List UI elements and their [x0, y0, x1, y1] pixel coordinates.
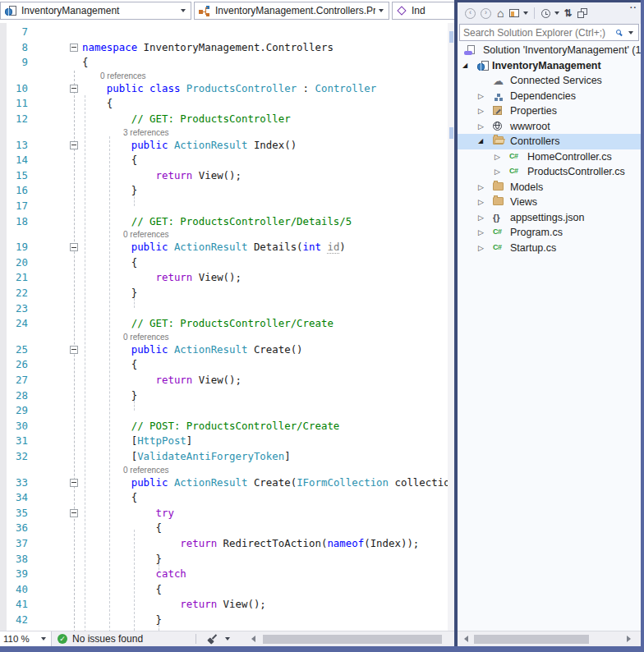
- code-line[interactable]: 16 }: [0, 183, 454, 199]
- sync-with-active-document-icon[interactable]: ⇅: [564, 8, 572, 18]
- tree-item-connected-services[interactable]: ☁Connected Services: [458, 73, 641, 89]
- code-line[interactable]: 26 {: [0, 357, 454, 373]
- fold-toggle-icon[interactable]: [70, 509, 78, 517]
- expand-expander-icon[interactable]: ▷: [478, 244, 484, 252]
- expand-expander-icon[interactable]: ▷: [478, 122, 484, 131]
- code-line[interactable]: 21 return View();: [0, 270, 454, 286]
- code-line[interactable]: 13 public ActionResult Index(): [0, 138, 454, 154]
- collapse-all-icon[interactable]: [577, 8, 587, 18]
- code-line[interactable]: 11 {: [0, 96, 454, 112]
- editor-horizontal-scrollbar[interactable]: [263, 635, 442, 644]
- expand-expander-icon[interactable]: ▷: [478, 228, 484, 236]
- code-line[interactable]: 33 public ActionResult Create(IFormColle…: [0, 475, 454, 491]
- code-line[interactable]: 42 }: [0, 613, 454, 628]
- code-editor[interactable]: 78namespace InventoryManagement.Controll…: [0, 23, 454, 631]
- search-icon[interactable]: [616, 30, 623, 36]
- codelens-references[interactable]: 0 references: [123, 465, 169, 475]
- tree-item-solution-inventorymanagement-1[interactable]: Solution 'InventoryManagement' (1: [458, 43, 641, 58]
- code-line[interactable]: 37 return RedirectToAction(nameof(Index)…: [0, 536, 454, 552]
- code-line[interactable]: 41 return View();: [0, 597, 454, 613]
- editor-vertical-scrollbar[interactable]: [448, 23, 454, 631]
- zoom-dropdown[interactable]: 110 %: [0, 631, 52, 646]
- code-line[interactable]: 31 [HttpPost]: [0, 434, 454, 449]
- hscroll-left-arrow[interactable]: [251, 636, 255, 642]
- tree-item-productscontroller-cs[interactable]: ▷C#ProductsController.cs: [458, 164, 641, 180]
- tree-item-properties[interactable]: ▷Properties: [458, 103, 641, 119]
- code-line[interactable]: 25 public ActionResult Create(): [0, 342, 454, 358]
- code-line[interactable]: 9{: [0, 55, 454, 71]
- code-line[interactable]: 12 // GET: ProductsController: [0, 112, 454, 127]
- tree-item-inventorymanagement[interactable]: ◢InventoryManagement: [458, 58, 641, 74]
- toolbar-overflow-icon[interactable]: ··: [630, 2, 637, 12]
- expand-expander-icon[interactable]: ▷: [494, 153, 500, 161]
- tree-item-startup-cs[interactable]: ▷C#Startup.cs: [458, 241, 641, 256]
- hscroll-right-arrow[interactable]: [627, 636, 631, 642]
- code-line[interactable]: 28 }: [0, 388, 454, 404]
- tree-item-homecontroller-cs[interactable]: ▷C#HomeController.cs: [458, 149, 641, 165]
- collapse-expander-icon[interactable]: ◢: [478, 137, 483, 145]
- tree-item-appsettings-json[interactable]: ▷{}appsettings.json: [458, 210, 641, 226]
- search-input[interactable]: [460, 27, 616, 39]
- fold-toggle-icon[interactable]: [70, 346, 78, 354]
- code-line[interactable]: 35 try: [0, 506, 454, 521]
- codelens-references[interactable]: 0 references: [123, 229, 169, 240]
- tree-item-controllers[interactable]: ◢Controllers: [458, 134, 641, 149]
- code-line[interactable]: 7: [0, 25, 454, 40]
- pending-changes-filter-icon[interactable]: [541, 9, 550, 18]
- code-cleanup-icon[interactable]: [207, 634, 218, 645]
- expand-expander-icon[interactable]: ▷: [478, 92, 484, 100]
- code-line[interactable]: 15 return View();: [0, 168, 454, 184]
- code-line[interactable]: 30 // POST: ProductsController/Create: [0, 419, 454, 434]
- code-line[interactable]: 14 {: [0, 153, 454, 168]
- expand-expander-icon[interactable]: ▷: [494, 168, 500, 176]
- fold-toggle-icon[interactable]: [70, 479, 78, 487]
- panel-horizontal-scrollbar[interactable]: [474, 635, 589, 644]
- tree-item-dependencies[interactable]: ▷Dependencies: [458, 89, 641, 104]
- type-dropdown[interactable]: InventoryManagement.Controllers.Produc: [194, 2, 389, 20]
- tree-item-program-cs[interactable]: ▷C#Program.cs: [458, 225, 641, 241]
- member-dropdown[interactable]: Ind: [392, 2, 454, 20]
- codelens-references[interactable]: 3 references: [123, 127, 169, 138]
- back-icon[interactable]: ‹: [465, 8, 476, 19]
- code-line[interactable]: 32 [ValidateAntiForgeryToken]: [0, 449, 454, 465]
- codelens-references[interactable]: 0 references: [100, 71, 146, 81]
- code-line[interactable]: 20 {: [0, 255, 454, 271]
- collapse-expander-icon[interactable]: ◢: [462, 62, 467, 70]
- chevron-down-icon[interactable]: [523, 11, 528, 15]
- codelens-references[interactable]: 0 references: [123, 332, 169, 342]
- code-line[interactable]: 34 {: [0, 490, 454, 506]
- code-line[interactable]: 29: [0, 403, 454, 419]
- code-line[interactable]: 17: [0, 199, 454, 214]
- expand-expander-icon[interactable]: ▷: [478, 107, 484, 115]
- tree-item-models[interactable]: ▷Models: [458, 180, 641, 195]
- tree-item-views[interactable]: ▷Views: [458, 195, 641, 210]
- home-icon[interactable]: ⌂: [497, 7, 504, 19]
- code-line[interactable]: 38 }: [0, 552, 454, 567]
- code-line[interactable]: 36 {: [0, 521, 454, 536]
- expand-expander-icon[interactable]: ▷: [478, 214, 484, 222]
- code-line[interactable]: 18 // GET: ProductsController/Details/5: [0, 214, 454, 230]
- solution-explorer-search[interactable]: [459, 24, 639, 41]
- fold-toggle-icon[interactable]: [70, 85, 78, 93]
- forward-icon[interactable]: ›: [481, 8, 491, 19]
- code-line[interactable]: 10 public class ProductsController : Con…: [0, 81, 454, 97]
- hscroll-left-arrow[interactable]: [464, 636, 468, 642]
- code-line[interactable]: 8namespace InventoryManagement.Controlle…: [0, 40, 454, 56]
- chevron-down-icon[interactable]: [225, 637, 230, 641]
- expand-expander-icon[interactable]: ▷: [478, 198, 484, 206]
- project-dropdown[interactable]: InventoryManagement: [0, 2, 191, 20]
- expand-expander-icon[interactable]: ▷: [478, 183, 484, 191]
- code-line[interactable]: 22 }: [0, 286, 454, 301]
- chevron-down-icon[interactable]: [628, 31, 633, 34]
- code-line[interactable]: 40 {: [0, 582, 454, 598]
- tree-item-wwwroot[interactable]: ▷wwwroot: [458, 119, 641, 135]
- code-line[interactable]: 23: [0, 301, 454, 317]
- code-line[interactable]: 39 catch: [0, 567, 454, 582]
- code-line[interactable]: 19 public ActionResult Details(int id): [0, 240, 454, 255]
- switch-views-icon[interactable]: [509, 9, 519, 17]
- chevron-down-icon[interactable]: [554, 11, 559, 15]
- code-line[interactable]: 24 // GET: ProductsController/Create: [0, 316, 454, 332]
- fold-toggle-icon[interactable]: [70, 243, 78, 251]
- fold-toggle-icon[interactable]: [70, 44, 78, 52]
- code-line[interactable]: 27 return View();: [0, 373, 454, 388]
